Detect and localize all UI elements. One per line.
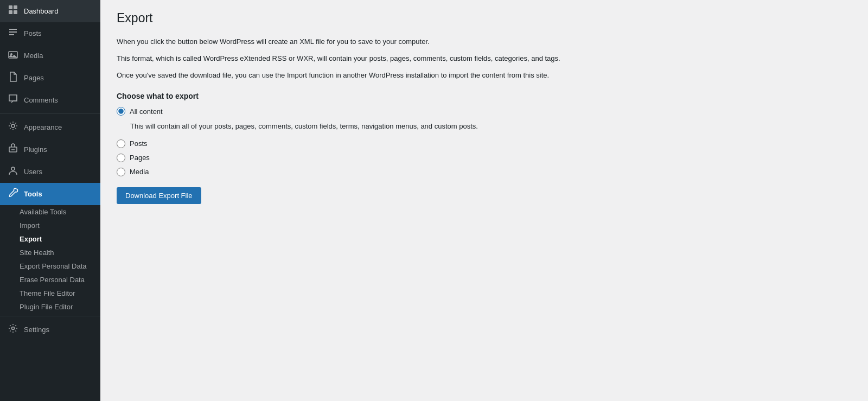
- svg-point-10: [12, 327, 15, 330]
- sidebar-item-comments-label: Comments: [24, 96, 58, 104]
- users-icon: [7, 165, 20, 179]
- pages-icon: [7, 71, 20, 85]
- svg-rect-2: [9, 10, 12, 14]
- svg-rect-0: [9, 5, 12, 9]
- radio-media-label: Media: [130, 168, 149, 176]
- radio-pages-label: Pages: [130, 154, 150, 162]
- sidebar-item-tools[interactable]: Tools: [0, 183, 100, 205]
- sidebar-item-posts[interactable]: Posts: [0, 22, 100, 44]
- submenu-erase-personal-data[interactable]: Erase Personal Data: [0, 273, 100, 287]
- submenu-export[interactable]: Export: [0, 232, 100, 246]
- posts-icon: [7, 27, 20, 40]
- sidebar-item-media[interactable]: Media: [0, 44, 100, 67]
- radio-pages-input[interactable]: [117, 154, 125, 162]
- radio-media[interactable]: Media: [117, 168, 852, 176]
- sidebar-item-media-label: Media: [24, 52, 43, 60]
- dashboard-icon: [7, 4, 20, 18]
- all-content-description: This will contain all of your posts, pag…: [130, 121, 852, 132]
- sidebar-item-comments[interactable]: Comments: [0, 89, 100, 111]
- submenu-theme-file-editor[interactable]: Theme File Editor: [0, 287, 100, 300]
- sidebar-item-plugins[interactable]: Plugins: [0, 138, 100, 161]
- submenu-plugin-file-editor[interactable]: Plugin File Editor: [0, 300, 100, 314]
- submenu-import[interactable]: Import: [0, 219, 100, 232]
- description-1: When you click the button below WordPres…: [117, 36, 605, 48]
- radio-posts[interactable]: Posts: [117, 139, 852, 148]
- radio-pages[interactable]: Pages: [117, 154, 852, 162]
- svg-rect-3: [14, 10, 17, 14]
- sidebar-item-dashboard-label: Dashboard: [24, 7, 59, 15]
- sidebar: Dashboard Posts Media Pages Comments App…: [0, 0, 100, 401]
- radio-posts-label: Posts: [130, 139, 148, 148]
- sidebar-item-appearance[interactable]: Appearance: [0, 116, 100, 138]
- svg-rect-1: [14, 5, 17, 9]
- sidebar-item-settings-label: Settings: [24, 326, 49, 334]
- section-title: Choose what to export: [117, 92, 852, 100]
- sidebar-item-users-label: Users: [24, 168, 42, 176]
- tools-submenu: Available Tools Import Export Site Healt…: [0, 205, 100, 314]
- sidebar-item-dashboard[interactable]: Dashboard: [0, 0, 100, 22]
- sidebar-item-pages[interactable]: Pages: [0, 67, 100, 89]
- radio-posts-input[interactable]: [117, 139, 125, 148]
- sidebar-item-pages-label: Pages: [24, 74, 44, 82]
- svg-point-6: [11, 124, 15, 128]
- comments-icon: [7, 93, 20, 107]
- sidebar-item-posts-label: Posts: [24, 29, 42, 37]
- page-title: Export: [117, 11, 852, 26]
- radio-all-content-label: All content: [130, 107, 163, 116]
- radio-media-input[interactable]: [117, 168, 125, 176]
- description-2: This format, which is called WordPress e…: [117, 53, 605, 65]
- radio-all-content-input[interactable]: [117, 107, 125, 116]
- svg-point-9: [11, 167, 15, 170]
- download-export-button[interactable]: Download Export File: [117, 187, 201, 204]
- sidebar-item-tools-label: Tools: [24, 190, 42, 198]
- appearance-icon: [7, 120, 20, 134]
- main-content: Export When you click the button below W…: [100, 0, 868, 401]
- submenu-site-health[interactable]: Site Health: [0, 246, 100, 259]
- sidebar-item-settings[interactable]: Settings: [0, 319, 100, 341]
- settings-icon: [7, 323, 20, 336]
- plugins-icon: [7, 143, 20, 156]
- submenu-available-tools[interactable]: Available Tools: [0, 205, 100, 219]
- submenu-export-personal-data[interactable]: Export Personal Data: [0, 259, 100, 273]
- tools-icon: [7, 187, 20, 201]
- sidebar-item-users[interactable]: Users: [0, 161, 100, 183]
- sidebar-item-plugins-label: Plugins: [24, 145, 47, 154]
- media-icon: [7, 49, 20, 62]
- export-options: All content This will contain all of you…: [117, 107, 852, 176]
- sidebar-item-appearance-label: Appearance: [24, 123, 62, 131]
- description-3: Once you've saved the download file, you…: [117, 70, 605, 81]
- radio-all-content[interactable]: All content: [117, 107, 852, 116]
